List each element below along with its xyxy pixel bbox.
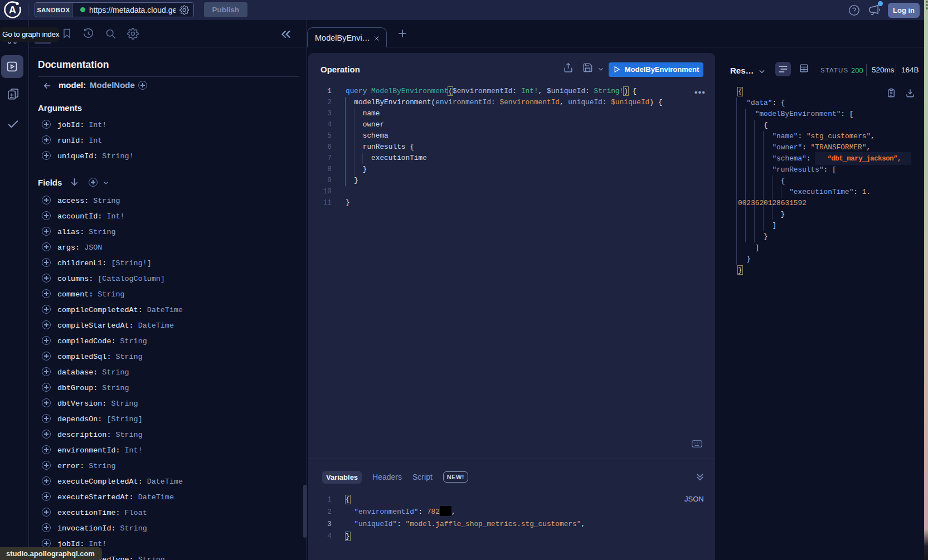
svg-text:A: A <box>9 4 16 16</box>
